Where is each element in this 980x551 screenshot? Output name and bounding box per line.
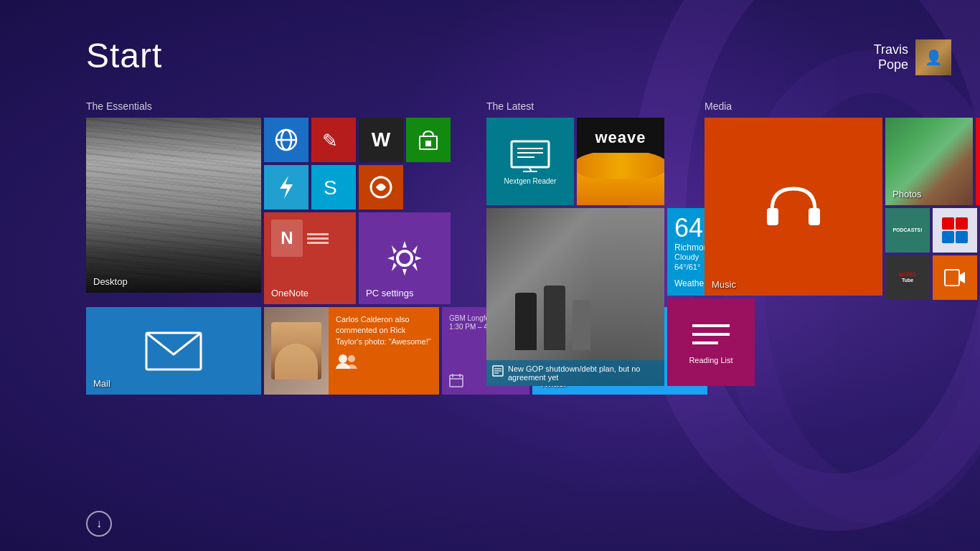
people-icon [336, 353, 357, 369]
figure3 [573, 300, 590, 350]
figure2 [544, 286, 565, 350]
tile-video[interactable] [933, 255, 977, 300]
wikipedia-icon: W [372, 128, 390, 151]
thunder-icon [275, 174, 297, 200]
video-icon [944, 268, 966, 288]
tile-norton[interactable] [359, 165, 403, 209]
tile-podcasts[interactable]: PODCASTS! [885, 208, 930, 253]
essentials-row1: ✎ W [264, 118, 451, 162]
tile-metrotube[interactable]: MeTRO Tube [885, 255, 930, 300]
tile-photos[interactable]: Photos [885, 118, 973, 205]
news-content: New GOP shutdown/debt plan, but no agree… [492, 364, 659, 382]
news-image [486, 208, 664, 386]
weather-label: Weather [674, 273, 707, 288]
store-icon [416, 128, 440, 152]
tile-tools[interactable]: ✎ [311, 118, 356, 162]
tile-pcsettings[interactable]: PC settings [359, 212, 451, 304]
reading-list-label: Reading List [689, 356, 732, 364]
news-overlay: New GOP shutdown/debt plan, but no agree… [486, 360, 664, 386]
svg-rect-15 [450, 375, 463, 387]
svg-rect-7 [425, 141, 431, 146]
svg-rect-32 [767, 208, 778, 225]
skype-icon: S [321, 174, 347, 200]
user-info[interactable]: Travis Pope 👤 [874, 39, 951, 75]
svg-point-13 [339, 354, 347, 363]
tile-mail[interactable]: Mail [86, 307, 261, 395]
tile-news[interactable]: New GOP shutdown/debt plan, but no agree… [486, 208, 664, 386]
tile-skype[interactable]: S [311, 165, 356, 209]
tile-tunein[interactable] [933, 208, 977, 253]
tile-nextgen[interactable]: Nextgen Reader [486, 118, 574, 205]
essentials-right-col: ✎ W [264, 118, 451, 304]
svg-marker-8 [280, 176, 293, 199]
people-face [275, 344, 318, 380]
avatar-image: 👤 [915, 39, 951, 75]
down-arrow-icon: ↓ [96, 517, 102, 530]
tile-reading[interactable]: Reading List [667, 298, 755, 386]
media-right-col: Photos NETFLIX PODCASTS! [885, 118, 980, 300]
tile-ie[interactable] [264, 118, 308, 162]
pcsettings-label: PC settings [366, 288, 413, 298]
photos-label: Photos [892, 189, 921, 199]
podcasts-label: PODCASTS! [892, 227, 922, 233]
calendar-icon [449, 373, 463, 387]
tile-weave[interactable]: weave [577, 118, 664, 205]
music-headphones-icon [761, 178, 826, 235]
nextgen-label: Nextgen Reader [504, 177, 557, 185]
weave-wave [577, 153, 664, 179]
scroll-down-button[interactable]: ↓ [86, 511, 112, 537]
svg-point-11 [397, 251, 412, 265]
figure1 [515, 293, 537, 350]
user-last-name: Pope [874, 57, 908, 72]
weave-bg: weave [577, 118, 664, 205]
tools-icon: ✎ [322, 128, 345, 151]
tile-desktop[interactable]: Desktop [86, 118, 261, 293]
svg-text:S: S [324, 176, 337, 199]
metrotube-label-text: MeTRO Tube [899, 272, 917, 284]
music-label: Music [712, 279, 736, 290]
settings-icon [385, 239, 424, 278]
tile-people[interactable]: Carlos Calderon also commented on Rick T… [264, 307, 439, 395]
start-title: Start [86, 36, 162, 75]
weather-range: 64°/61° [674, 263, 700, 271]
tile-music[interactable]: Music [705, 118, 882, 296]
tile-store[interactable] [406, 118, 451, 162]
tile-thunder[interactable] [264, 165, 308, 209]
tile-wikipedia[interactable]: W [359, 118, 403, 162]
desktop-label: Desktop [93, 276, 128, 287]
news-icon [492, 365, 504, 377]
essentials-row3: N OneNote PC settings [264, 212, 451, 304]
media-small-row1: PODCASTS! [885, 208, 980, 253]
svg-rect-37 [945, 270, 959, 286]
people-avatar [264, 307, 329, 395]
tile-onenote[interactable]: N OneNote [264, 212, 356, 304]
weather-condition: Cloudy [674, 253, 699, 261]
svg-rect-19 [512, 141, 549, 167]
people-text: Carlos Calderon also commented on Rick T… [336, 314, 432, 347]
essentials-row2: S [264, 165, 451, 209]
desktop-image [86, 118, 261, 293]
svg-marker-38 [960, 272, 965, 283]
svg-point-14 [348, 355, 355, 362]
user-first-name: Travis [874, 42, 908, 57]
people-notification: Carlos Calderon also commented on Rick T… [329, 307, 439, 395]
svg-text:✎: ✎ [322, 130, 338, 151]
media-small-row2: MeTRO Tube hulu PLUS [885, 255, 980, 300]
nextgen-icon [509, 138, 552, 174]
reading-list-icon [689, 320, 732, 352]
people-icon-group [336, 353, 432, 372]
ie-icon [273, 127, 299, 153]
news-headline: New GOP shutdown/debt plan, but no agree… [508, 364, 659, 382]
onenote-icon-group: N [271, 220, 329, 257]
columns-bg [593, 208, 664, 386]
weave-label: weave [577, 128, 664, 147]
media-section: Media Music Photos NETFLIX [705, 100, 980, 300]
media-header: Media [705, 100, 980, 112]
media-row1: Photos NETFLIX [885, 118, 980, 205]
avatar[interactable]: 👤 [915, 39, 951, 75]
media-main-row: Music Photos NETFLIX PODCASTS! [705, 118, 980, 300]
mail-label: Mail [93, 378, 110, 389]
tunein-icon [942, 217, 968, 243]
tile-netflix[interactable]: NETFLIX [976, 118, 980, 205]
mail-icon [145, 331, 202, 371]
